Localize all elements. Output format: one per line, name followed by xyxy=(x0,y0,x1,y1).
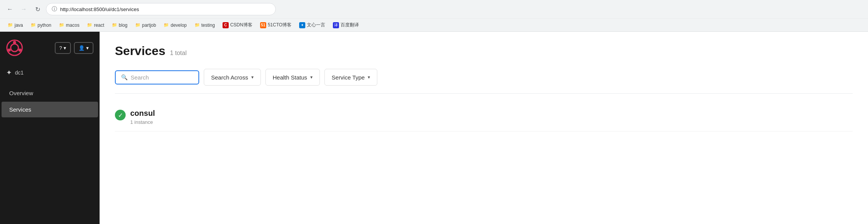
bookmark-item[interactable]: 📁macos xyxy=(56,21,82,29)
forward-button[interactable]: → xyxy=(18,4,29,15)
bookmarks-bar: 📁java📁python📁macos📁react📁blog📁partjob📁de… xyxy=(0,18,868,31)
folder-icon: 📁 xyxy=(8,23,13,28)
search-across-chevron: ▾ xyxy=(251,75,254,80)
app-container: ? ▾ 👤 ▾ ✦ dc1 Overview Services xyxy=(0,32,868,224)
folder-icon: 📁 xyxy=(164,23,169,28)
folder-icon: 📁 xyxy=(59,23,64,28)
service-type-label: Service Type xyxy=(332,74,365,81)
service-name: consul xyxy=(130,109,853,118)
table-row[interactable]: ✓ consul 1 instance xyxy=(115,103,853,131)
search-across-button[interactable]: Search Across ▾ xyxy=(204,69,261,86)
sidebar-header: ? ▾ 👤 ▾ xyxy=(0,32,100,64)
svg-point-2 xyxy=(13,41,16,44)
refresh-button[interactable]: ↻ xyxy=(32,4,43,15)
csdn-icon: C xyxy=(223,22,229,28)
bookmark-item[interactable]: 📁java xyxy=(5,21,26,29)
datacenter-selector[interactable]: ✦ dc1 xyxy=(0,64,100,81)
bookmark-label: python xyxy=(38,23,51,28)
help-button[interactable]: ? ▾ xyxy=(55,42,71,54)
bookmark-label: 51CTO博客 xyxy=(268,22,292,28)
nav-list: Overview Services xyxy=(0,84,100,118)
sidebar-item-overview[interactable]: Overview xyxy=(2,85,98,101)
search-icon: 🔍 xyxy=(121,74,128,80)
help-icon: ? xyxy=(59,45,62,51)
bookmark-item[interactable]: 📁python xyxy=(28,21,54,29)
bookmark-label: java xyxy=(15,23,23,28)
browser-chrome: ← → ↻ ⓘ http://localhost:8500/ui/dc1/ser… xyxy=(0,0,868,32)
bookmark-item[interactable]: 📁testing xyxy=(192,21,218,29)
folder-icon: 📁 xyxy=(31,23,36,28)
sidebar: ? ▾ 👤 ▾ ✦ dc1 Overview Services xyxy=(0,32,100,224)
yixin-icon: ✦ xyxy=(299,22,305,28)
sidebar-item-services[interactable]: Services xyxy=(2,102,98,117)
service-type-chevron: ▾ xyxy=(368,75,370,80)
service-health-icon: ✓ xyxy=(115,110,126,120)
health-status-button[interactable]: Health Status ▾ xyxy=(265,69,320,86)
filter-bar: 🔍 Search Across ▾ Health Status ▾ Servic… xyxy=(115,69,853,94)
health-status-label: Health Status xyxy=(273,74,307,81)
service-list: ✓ consul 1 instance xyxy=(115,103,853,131)
folder-icon: 📁 xyxy=(87,23,92,28)
bookmark-label: 百度翻译 xyxy=(341,22,359,28)
datacenter-icon: ✦ xyxy=(6,68,12,77)
health-status-chevron: ▾ xyxy=(310,75,313,80)
address-bar[interactable]: ⓘ http://localhost:8500/ui/dc1/services xyxy=(46,3,276,15)
back-button[interactable]: ← xyxy=(5,4,15,15)
bookmark-label: develop xyxy=(170,23,187,28)
bookmark-label: 文心一言 xyxy=(307,22,325,28)
service-type-button[interactable]: Service Type ▾ xyxy=(324,69,377,86)
page-header: Services 1 total xyxy=(115,44,853,58)
bookmark-label: partjob xyxy=(142,23,156,28)
bookmark-item[interactable]: 5151CTO博客 xyxy=(257,20,295,30)
search-across-label: Search Across xyxy=(211,74,248,81)
folder-icon: 📁 xyxy=(195,23,200,28)
bookmark-label: CSDN博客 xyxy=(230,22,252,28)
browser-toolbar: ← → ↻ ⓘ http://localhost:8500/ui/dc1/ser… xyxy=(0,0,868,18)
sidebar-controls: ? ▾ 👤 ▾ xyxy=(55,42,93,54)
bookmark-item[interactable]: 📁develop xyxy=(160,21,190,29)
user-button[interactable]: 👤 ▾ xyxy=(74,42,93,54)
url-text: http://localhost:8500/ui/dc1/services xyxy=(60,6,139,12)
bookmark-item[interactable]: 📁partjob xyxy=(132,21,159,29)
svg-point-3 xyxy=(8,49,11,52)
info-icon: ⓘ xyxy=(52,6,57,13)
bookmark-label: blog xyxy=(119,23,128,28)
help-chevron: ▾ xyxy=(64,45,66,51)
consul-logo-icon xyxy=(6,39,23,56)
bookmark-item[interactable]: ✦文心一言 xyxy=(296,20,328,30)
svg-point-4 xyxy=(18,49,21,52)
service-info: consul 1 instance xyxy=(130,109,853,125)
bookmark-label: macos xyxy=(66,23,79,28)
folder-icon: 📁 xyxy=(112,23,117,28)
user-icon: 👤 xyxy=(79,45,85,51)
bookmark-item[interactable]: 📁blog xyxy=(109,21,131,29)
search-input[interactable] xyxy=(131,74,188,81)
bookmark-label: react xyxy=(94,23,104,28)
bookmark-item[interactable]: CCSDN博客 xyxy=(219,20,255,30)
datacenter-name: dc1 xyxy=(15,70,24,76)
bookmark-label: testing xyxy=(201,23,215,28)
bookmark-item[interactable]: 译百度翻译 xyxy=(330,20,362,30)
page-count: 1 total xyxy=(170,50,187,57)
user-chevron: ▾ xyxy=(86,45,89,51)
folder-icon: 📁 xyxy=(135,23,141,28)
bookmark-item[interactable]: 📁react xyxy=(84,21,107,29)
51cto-icon: 51 xyxy=(260,22,266,28)
service-instances: 1 instance xyxy=(130,119,853,125)
page-title: Services xyxy=(115,44,165,58)
consul-logo xyxy=(6,39,23,56)
search-input-wrapper[interactable]: 🔍 xyxy=(115,70,199,84)
main-content: Services 1 total 🔍 Search Across ▾ Healt… xyxy=(100,32,868,224)
svg-point-1 xyxy=(11,44,18,52)
baidu-icon: 译 xyxy=(333,22,339,28)
